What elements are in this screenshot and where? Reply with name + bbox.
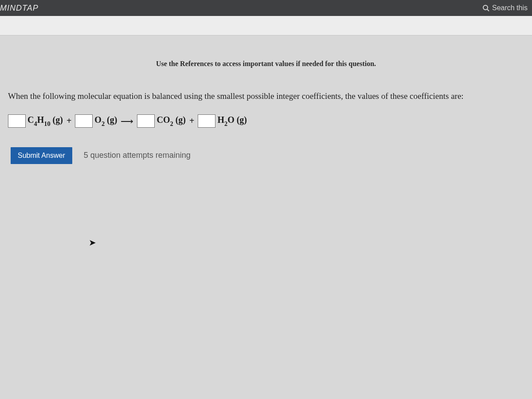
reaction-arrow: ⟶ [119, 116, 135, 126]
brand-label: MINDTAP [0, 4, 39, 13]
term-1: C4H10 (g) [27, 115, 63, 127]
coefficient-input-2[interactable] [75, 114, 93, 128]
top-bar: MINDTAP Search this [0, 0, 532, 16]
search-label: Search this [492, 4, 528, 12]
term-2: O2 (g) [94, 115, 117, 127]
plus-2: + [188, 116, 196, 126]
svg-line-1 [487, 9, 489, 11]
coefficient-input-3[interactable] [137, 114, 155, 128]
sub-bar [0, 16, 532, 35]
cursor-icon: ➤ [89, 237, 96, 248]
question-text: When the following molecular equation is… [0, 86, 532, 112]
content: Use the References to access important v… [0, 35, 532, 170]
submit-answer-button[interactable]: Submit Answer [11, 147, 72, 164]
equation-row: C4H10 (g) + O2 (g) ⟶ CO2 (g) + H2O (g) [0, 112, 532, 141]
search-area[interactable]: Search this [482, 4, 528, 12]
attempts-remaining: 5 question attempts remaining [84, 151, 191, 160]
coefficient-input-1[interactable] [8, 114, 26, 128]
term-3: CO2 (g) [156, 115, 186, 127]
search-icon [482, 4, 489, 12]
svg-point-0 [483, 5, 488, 10]
coefficient-input-4[interactable] [198, 114, 215, 128]
submit-row: Submit Answer 5 question attempts remain… [0, 141, 532, 170]
term-4: H2O (g) [217, 115, 247, 127]
references-instruction: Use the References to access important v… [0, 35, 532, 86]
plus-1: + [65, 116, 73, 126]
